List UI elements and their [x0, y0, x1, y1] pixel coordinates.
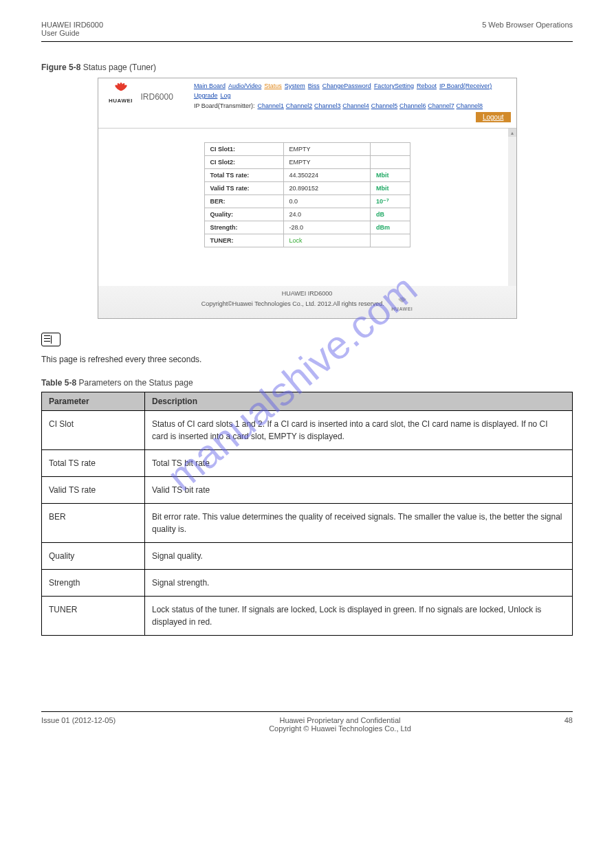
param-name: Strength	[42, 570, 145, 597]
note-block	[41, 333, 573, 346]
nav-channel-channel8[interactable]: Channel8	[457, 102, 483, 109]
status-label: BER:	[204, 195, 283, 208]
status-unit	[371, 156, 410, 169]
page-footer: Issue 01 (2012-12-05) Huawei Proprietary…	[41, 716, 573, 733]
footer-huawei-logo: HUAWEI	[391, 297, 413, 311]
header-left: HUAWEI IRD6000 User Guide	[41, 21, 103, 37]
status-unit: Mbit	[371, 169, 410, 182]
note-icon	[41, 333, 61, 346]
footer-page-number: 48	[564, 716, 573, 733]
param-description: Status of CI card slots 1 and 2. If a CI…	[145, 411, 573, 450]
header-product: HUAWEI IRD6000	[41, 21, 103, 29]
table-row: TUNERLock status of the tuner. If signal…	[42, 597, 573, 636]
huawei-logo: HUAWEI	[104, 82, 138, 104]
footer-rule	[41, 711, 573, 712]
status-value: 44.350224	[283, 169, 371, 182]
logout-button[interactable]: Logout	[476, 112, 511, 122]
status-unit: Mbit	[371, 182, 410, 195]
status-row: Valid TS rate:20.890152Mbit	[204, 182, 410, 195]
param-name: Valid TS rate	[42, 477, 145, 504]
status-table: CI Slot1:EMPTYCI Slot2:EMPTYTotal TS rat…	[204, 142, 410, 247]
param-description: Signal quality.	[145, 543, 573, 570]
model-label: IRD6000	[141, 92, 173, 102]
status-row: Quality:24.0dB	[204, 208, 410, 221]
nav-channel-channel3[interactable]: Channel3	[314, 102, 341, 109]
status-row: Total TS rate:44.350224Mbit	[204, 169, 410, 182]
status-label: Strength:	[204, 221, 283, 234]
nav-link-biss[interactable]: Biss	[308, 82, 320, 89]
footer-center: Huawei Proprietary and Confidential Copy…	[269, 716, 411, 733]
nav-row-2: IP Board(Transmitter): Channel1 Channel2…	[194, 102, 511, 122]
nav-channel-channel6[interactable]: Channel6	[399, 102, 426, 109]
nav-link-log[interactable]: Log	[220, 92, 230, 99]
footer-copyright: Copyright © Huawei Technologies Co., Ltd	[269, 724, 411, 733]
param-description: Bit error rate. This value determines th…	[145, 504, 573, 543]
status-value: 20.890152	[283, 182, 371, 195]
status-unit	[371, 143, 410, 156]
header-right: 5 Web Browser Operations	[482, 21, 573, 37]
status-value: EMPTY	[283, 156, 371, 169]
nav-link-main-board[interactable]: Main Board	[194, 82, 226, 89]
table-row: StrengthSignal strength.	[42, 570, 573, 597]
nav-link-system[interactable]: System	[285, 82, 305, 89]
nav-link-status[interactable]: Status	[264, 82, 282, 89]
nav-channel-channel1[interactable]: Channel1	[257, 102, 284, 109]
status-row: CI Slot1:EMPTY	[204, 143, 410, 156]
figure-caption: Figure 5-8 Status page (Tuner)	[41, 63, 573, 72]
nav-wrapper: Main Board Audio/Video Status System Bis…	[173, 82, 511, 125]
nav-channel-channel5[interactable]: Channel5	[371, 102, 398, 109]
param-name: CI Slot	[42, 411, 145, 450]
footer-issue: Issue 01 (2012-12-05)	[41, 716, 116, 733]
table-row: QualitySignal quality.	[42, 543, 573, 570]
table-row: CI SlotStatus of CI card slots 1 and 2. …	[42, 411, 573, 450]
nav-row-1: Main Board Audio/Video Status System Bis…	[194, 82, 511, 99]
status-label: Valid TS rate:	[204, 182, 283, 195]
param-description: Total TS bit rate	[145, 450, 573, 477]
status-value: EMPTY	[283, 143, 371, 156]
table-caption-text: Parameters on the Status page	[76, 378, 193, 388]
nav-channel-channel4[interactable]: Channel4	[342, 102, 369, 109]
scroll-up-icon[interactable]: ▴	[508, 129, 516, 137]
th-description: Description	[145, 392, 573, 411]
nav-row-2-label: IP Board(Transmitter):	[194, 102, 255, 109]
status-unit: dB	[371, 208, 410, 221]
footer-proprietary: Huawei Proprietary and Confidential	[269, 716, 411, 724]
screenshot-frame: HUAWEI IRD6000 Main Board Audio/Video St…	[98, 78, 517, 319]
status-label: CI Slot2:	[204, 156, 283, 169]
nav-link-ip-board-receiver-[interactable]: IP Board(Receiver)	[439, 82, 492, 89]
logo-text: HUAWEI	[104, 98, 138, 104]
status-label: Total TS rate:	[204, 169, 283, 182]
param-name: Total TS rate	[42, 450, 145, 477]
page-container: HUAWEI IRD6000 User Guide 5 Web Browser …	[0, 0, 614, 760]
note-text: This page is refreshed every three secon…	[41, 355, 573, 364]
status-value: 24.0	[283, 208, 371, 221]
table-caption: Table 5-8 Parameters on the Status page	[41, 378, 573, 388]
page-header: HUAWEI IRD6000 User Guide 5 Web Browser …	[41, 21, 573, 37]
table-header-row: Parameter Description	[42, 392, 573, 411]
status-unit	[371, 234, 410, 247]
status-label: CI Slot1:	[204, 143, 283, 156]
nav-channel-channel7[interactable]: Channel7	[428, 102, 454, 109]
status-value: -28.0	[283, 221, 371, 234]
scrollbar[interactable]: ▴	[508, 129, 516, 286]
status-row: TUNER:Lock	[204, 234, 410, 247]
table-caption-num: Table 5-8	[41, 378, 76, 388]
footer-logo-text: HUAWEI	[391, 307, 413, 311]
param-description: Valid TS bit rate	[145, 477, 573, 504]
nav-link-audio-video[interactable]: Audio/Video	[228, 82, 261, 89]
nav-channel-channel2[interactable]: Channel2	[286, 102, 313, 109]
th-parameter: Parameter	[42, 392, 145, 411]
screenshot-body: ▴ CI Slot1:EMPTYCI Slot2:EMPTYTotal TS r…	[98, 128, 516, 286]
nav-link-changepassword[interactable]: ChangePassword	[322, 82, 371, 89]
figure-caption-num: Figure 5-8	[41, 63, 80, 72]
screenshot-header: HUAWEI IRD6000 Main Board Audio/Video St…	[98, 78, 516, 128]
status-unit: dBm	[371, 221, 410, 234]
nav-link-factorysetting[interactable]: FactorySetting	[374, 82, 414, 89]
nav-link-reboot[interactable]: Reboot	[417, 82, 437, 89]
param-name: TUNER	[42, 597, 145, 636]
status-label: Quality:	[204, 208, 283, 221]
nav-link-upgrade[interactable]: Upgrade	[194, 92, 218, 99]
status-unit: 10⁻⁷	[371, 195, 410, 208]
screenshot-footer-copyright: Copyright©Huawei Technologies Co., Ltd. …	[201, 300, 384, 307]
param-name: Quality	[42, 543, 145, 570]
